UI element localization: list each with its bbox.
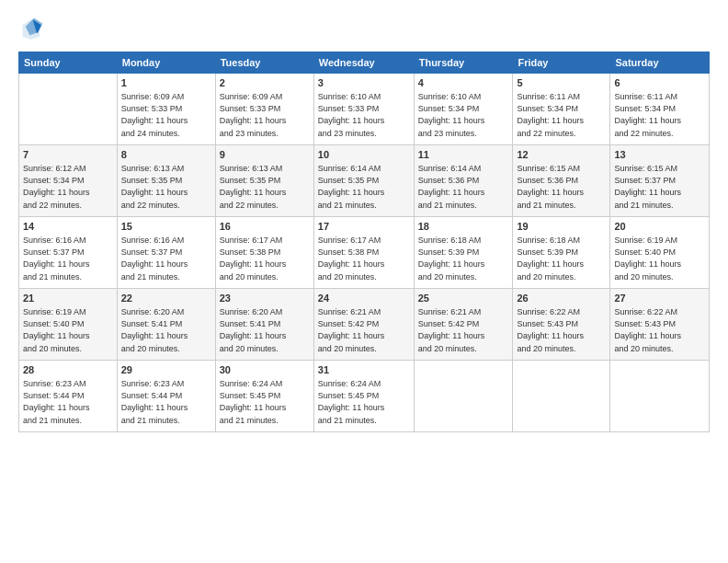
week-row-4: 28Sunrise: 6:23 AM Sunset: 5:44 PM Dayli… <box>19 361 710 432</box>
day-number: 30 <box>220 363 310 377</box>
day-number: 28 <box>23 363 113 377</box>
calendar-cell: 27Sunrise: 6:22 AM Sunset: 5:43 PM Dayli… <box>610 289 710 361</box>
cell-info: Sunrise: 6:15 AM Sunset: 5:36 PM Dayligh… <box>517 163 606 211</box>
day-number: 1 <box>121 76 211 90</box>
cell-info: Sunrise: 6:09 AM Sunset: 5:33 PM Dayligh… <box>220 91 310 139</box>
calendar-cell <box>19 74 118 145</box>
calendar-cell: 29Sunrise: 6:23 AM Sunset: 5:44 PM Dayli… <box>117 361 215 432</box>
cell-info: Sunrise: 6:12 AM Sunset: 5:34 PM Dayligh… <box>23 163 113 211</box>
calendar-cell: 2Sunrise: 6:09 AM Sunset: 5:33 PM Daylig… <box>215 74 313 145</box>
day-number: 17 <box>318 220 410 234</box>
calendar-cell: 11Sunrise: 6:14 AM Sunset: 5:36 PM Dayli… <box>414 145 513 217</box>
calendar-cell: 15Sunrise: 6:16 AM Sunset: 5:37 PM Dayli… <box>117 217 215 289</box>
day-number: 20 <box>614 220 705 234</box>
day-number: 8 <box>121 148 211 162</box>
header-day-saturday: Saturday <box>610 52 710 74</box>
cell-info: Sunrise: 6:17 AM Sunset: 5:38 PM Dayligh… <box>220 235 310 282</box>
cell-info: Sunrise: 6:18 AM Sunset: 5:39 PM Dayligh… <box>517 235 606 282</box>
calendar-cell: 25Sunrise: 6:21 AM Sunset: 5:42 PM Dayli… <box>414 289 513 361</box>
day-number: 10 <box>318 148 410 162</box>
calendar-cell: 14Sunrise: 6:16 AM Sunset: 5:37 PM Dayli… <box>19 217 118 289</box>
day-number: 3 <box>318 76 410 90</box>
calendar-cell: 10Sunrise: 6:14 AM Sunset: 5:35 PM Dayli… <box>313 145 414 217</box>
calendar-cell: 28Sunrise: 6:23 AM Sunset: 5:44 PM Dayli… <box>19 361 118 432</box>
header-day-monday: Monday <box>117 52 215 74</box>
cell-info: Sunrise: 6:24 AM Sunset: 5:45 PM Dayligh… <box>318 378 410 426</box>
header <box>18 17 710 42</box>
cell-info: Sunrise: 6:14 AM Sunset: 5:36 PM Dayligh… <box>418 163 509 211</box>
day-number: 18 <box>418 220 509 234</box>
calendar-cell: 17Sunrise: 6:17 AM Sunset: 5:38 PM Dayli… <box>313 217 414 289</box>
week-row-2: 14Sunrise: 6:16 AM Sunset: 5:37 PM Dayli… <box>19 217 710 289</box>
cell-info: Sunrise: 6:21 AM Sunset: 5:42 PM Dayligh… <box>418 306 509 354</box>
day-number: 31 <box>318 363 410 377</box>
cell-info: Sunrise: 6:13 AM Sunset: 5:35 PM Dayligh… <box>121 163 211 211</box>
cell-info: Sunrise: 6:18 AM Sunset: 5:39 PM Dayligh… <box>418 235 509 282</box>
cell-info: Sunrise: 6:09 AM Sunset: 5:33 PM Dayligh… <box>121 91 211 139</box>
cell-info: Sunrise: 6:15 AM Sunset: 5:37 PM Dayligh… <box>614 163 705 211</box>
cell-info: Sunrise: 6:13 AM Sunset: 5:35 PM Dayligh… <box>220 163 310 211</box>
calendar-cell <box>513 361 610 432</box>
cell-info: Sunrise: 6:17 AM Sunset: 5:38 PM Dayligh… <box>318 235 410 282</box>
header-day-tuesday: Tuesday <box>215 52 313 74</box>
calendar-cell: 30Sunrise: 6:24 AM Sunset: 5:45 PM Dayli… <box>215 361 313 432</box>
day-number: 14 <box>23 220 113 234</box>
cell-info: Sunrise: 6:20 AM Sunset: 5:41 PM Dayligh… <box>121 306 211 354</box>
cell-info: Sunrise: 6:16 AM Sunset: 5:37 PM Dayligh… <box>23 235 113 282</box>
day-number: 5 <box>517 76 606 90</box>
day-number: 21 <box>23 292 113 305</box>
calendar-cell: 18Sunrise: 6:18 AM Sunset: 5:39 PM Dayli… <box>414 217 513 289</box>
cell-info: Sunrise: 6:20 AM Sunset: 5:41 PM Dayligh… <box>220 306 310 354</box>
cell-info: Sunrise: 6:19 AM Sunset: 5:40 PM Dayligh… <box>614 235 705 282</box>
day-number: 7 <box>23 148 113 162</box>
cell-info: Sunrise: 6:10 AM Sunset: 5:34 PM Dayligh… <box>418 91 509 139</box>
header-day-friday: Friday <box>513 52 610 74</box>
calendar-cell: 1Sunrise: 6:09 AM Sunset: 5:33 PM Daylig… <box>117 74 215 145</box>
cell-info: Sunrise: 6:11 AM Sunset: 5:34 PM Dayligh… <box>614 91 705 139</box>
cell-info: Sunrise: 6:21 AM Sunset: 5:42 PM Dayligh… <box>318 306 410 354</box>
day-number: 11 <box>418 148 509 162</box>
day-number: 26 <box>517 292 606 305</box>
day-number: 22 <box>121 292 211 305</box>
calendar-cell: 7Sunrise: 6:12 AM Sunset: 5:34 PM Daylig… <box>19 145 118 217</box>
header-day-wednesday: Wednesday <box>313 52 414 74</box>
cell-info: Sunrise: 6:22 AM Sunset: 5:43 PM Dayligh… <box>517 306 606 354</box>
calendar-cell: 31Sunrise: 6:24 AM Sunset: 5:45 PM Dayli… <box>313 361 414 432</box>
logo-icon <box>18 17 44 42</box>
day-number: 23 <box>220 292 310 305</box>
day-number: 2 <box>220 76 310 90</box>
calendar-cell: 13Sunrise: 6:15 AM Sunset: 5:37 PM Dayli… <box>610 145 710 217</box>
day-number: 6 <box>614 76 705 90</box>
cell-info: Sunrise: 6:22 AM Sunset: 5:43 PM Dayligh… <box>614 306 705 354</box>
week-row-0: 1Sunrise: 6:09 AM Sunset: 5:33 PM Daylig… <box>19 74 710 145</box>
calendar-cell: 6Sunrise: 6:11 AM Sunset: 5:34 PM Daylig… <box>610 74 710 145</box>
calendar-table: SundayMondayTuesdayWednesdayThursdayFrid… <box>18 52 710 432</box>
calendar-cell <box>414 361 513 432</box>
cell-info: Sunrise: 6:23 AM Sunset: 5:44 PM Dayligh… <box>23 378 113 426</box>
header-day-sunday: Sunday <box>19 52 118 74</box>
calendar-cell: 16Sunrise: 6:17 AM Sunset: 5:38 PM Dayli… <box>215 217 313 289</box>
calendar-cell: 21Sunrise: 6:19 AM Sunset: 5:40 PM Dayli… <box>19 289 118 361</box>
cell-info: Sunrise: 6:23 AM Sunset: 5:44 PM Dayligh… <box>121 378 211 426</box>
calendar-cell: 20Sunrise: 6:19 AM Sunset: 5:40 PM Dayli… <box>610 217 710 289</box>
cell-info: Sunrise: 6:10 AM Sunset: 5:33 PM Dayligh… <box>318 91 410 139</box>
calendar-cell: 23Sunrise: 6:20 AM Sunset: 5:41 PM Dayli… <box>215 289 313 361</box>
calendar-cell <box>610 361 710 432</box>
calendar-cell: 3Sunrise: 6:10 AM Sunset: 5:33 PM Daylig… <box>313 74 414 145</box>
day-number: 24 <box>318 292 410 305</box>
calendar-cell: 26Sunrise: 6:22 AM Sunset: 5:43 PM Dayli… <box>513 289 610 361</box>
cell-info: Sunrise: 6:24 AM Sunset: 5:45 PM Dayligh… <box>220 378 310 426</box>
day-number: 16 <box>220 220 310 234</box>
day-number: 13 <box>614 148 705 162</box>
calendar-cell: 19Sunrise: 6:18 AM Sunset: 5:39 PM Dayli… <box>513 217 610 289</box>
calendar-cell: 12Sunrise: 6:15 AM Sunset: 5:36 PM Dayli… <box>513 145 610 217</box>
page: SundayMondayTuesdayWednesdayThursdayFrid… <box>0 0 728 563</box>
cell-info: Sunrise: 6:16 AM Sunset: 5:37 PM Dayligh… <box>121 235 211 282</box>
cell-info: Sunrise: 6:11 AM Sunset: 5:34 PM Dayligh… <box>517 91 606 139</box>
calendar-cell: 24Sunrise: 6:21 AM Sunset: 5:42 PM Dayli… <box>313 289 414 361</box>
day-number: 15 <box>121 220 211 234</box>
calendar-cell: 8Sunrise: 6:13 AM Sunset: 5:35 PM Daylig… <box>117 145 215 217</box>
day-number: 25 <box>418 292 509 305</box>
calendar-cell: 4Sunrise: 6:10 AM Sunset: 5:34 PM Daylig… <box>414 74 513 145</box>
logo <box>18 17 48 42</box>
